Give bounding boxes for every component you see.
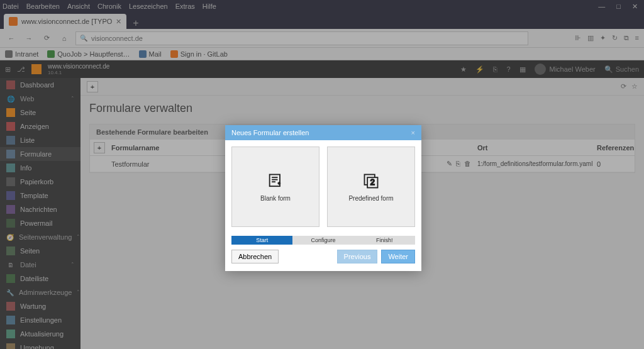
modal-footer: Abbrechen Previous Weiter bbox=[225, 245, 421, 271]
cancel-button[interactable]: Abbrechen bbox=[231, 250, 279, 263]
predefined-form-icon: 2 bbox=[362, 172, 380, 190]
svg-text:2: 2 bbox=[370, 177, 375, 186]
predefined-form-label: Predefined form bbox=[348, 195, 393, 202]
step-start: Start bbox=[231, 236, 292, 245]
svg-rect-0 bbox=[270, 174, 280, 186]
step-configure: Configure bbox=[292, 236, 353, 245]
previous-button[interactable]: Previous bbox=[337, 250, 378, 263]
blank-form-icon bbox=[267, 172, 284, 190]
predefined-form-option[interactable]: 2 Predefined form bbox=[327, 147, 415, 227]
modal-header: Neues Formular erstellen × bbox=[225, 125, 421, 140]
modal-body: Blank form 2 Predefined form bbox=[225, 140, 421, 233]
blank-form-label: Blank form bbox=[260, 195, 291, 202]
new-form-modal: Neues Formular erstellen × Blank form 2 … bbox=[225, 125, 421, 271]
modal-title: Neues Formular erstellen bbox=[231, 129, 309, 136]
step-finish: Finish! bbox=[354, 236, 415, 245]
wizard-steps: Start Configure Finish! bbox=[231, 236, 415, 245]
next-button[interactable]: Weiter bbox=[381, 250, 415, 263]
modal-close[interactable]: × bbox=[411, 129, 415, 136]
blank-form-option[interactable]: Blank form bbox=[231, 147, 319, 227]
